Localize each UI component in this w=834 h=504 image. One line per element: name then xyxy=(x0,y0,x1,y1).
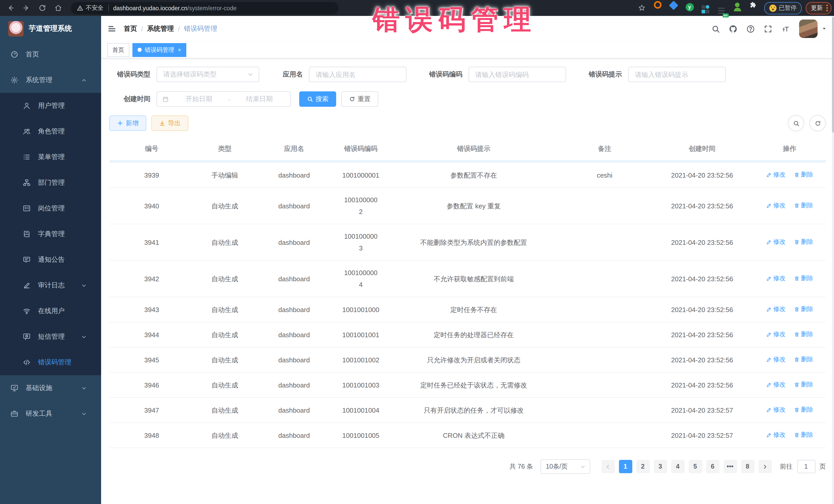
app-logo[interactable]: 芋道管理系统 xyxy=(0,16,101,42)
delete-link[interactable]: 删除 xyxy=(794,200,813,212)
edit-link[interactable]: 修改 xyxy=(766,404,786,416)
page-button-2[interactable]: 2 xyxy=(636,460,650,473)
sidebar-item-roles[interactable]: 角色管理 xyxy=(0,118,101,144)
create-time-range-picker[interactable]: 开始日期 - 结束日期 xyxy=(156,91,291,107)
sidebar-item-dicts[interactable]: 字典管理 xyxy=(0,221,101,247)
sidebar-item-depts[interactable]: 部门管理 xyxy=(0,170,101,196)
scrollbar-thumb[interactable] xyxy=(832,17,834,132)
app-name-input[interactable] xyxy=(309,67,407,82)
add-button[interactable]: 新增 xyxy=(109,115,146,131)
browser-home-icon[interactable] xyxy=(52,2,64,14)
sidebar-item-system[interactable]: 系统管理 xyxy=(0,67,101,93)
page-button-8[interactable]: 8 xyxy=(741,460,754,473)
tag-active[interactable]: 错误码管理× xyxy=(132,43,186,57)
table-row[interactable]: 3941自动生成dashboard100100000 3不能删除类型为系统内置的… xyxy=(109,224,826,261)
scrollbar[interactable] xyxy=(832,16,834,504)
breadcrumb-item[interactable]: 首页 xyxy=(124,24,137,34)
table-row[interactable]: 3943自动生成dashboard1001001000定时任务不存在2021-0… xyxy=(109,297,826,322)
sidebar-item-dev-tools[interactable]: 研发工具 xyxy=(0,401,101,426)
table-row[interactable]: 3940自动生成dashboard100100000 2参数配置 key 重复2… xyxy=(109,188,826,224)
browser-reload-icon[interactable] xyxy=(37,2,48,14)
sidebar-item-menus[interactable]: 菜单管理 xyxy=(0,144,101,170)
extension-green-person-icon[interactable] xyxy=(732,2,742,12)
bookmark-star-icon[interactable] xyxy=(636,2,648,14)
error-code-input[interactable] xyxy=(468,67,566,82)
more-pages-button[interactable]: ••• xyxy=(723,460,737,473)
profile-paused-badge[interactable]: 已暂停 xyxy=(764,2,802,14)
extension-puzzle-icon[interactable] xyxy=(748,0,758,10)
sidebar-item-online-users[interactable]: 在线用户 xyxy=(0,298,101,324)
edit-link[interactable]: 修改 xyxy=(766,328,786,340)
sidebar-item-notices[interactable]: 通知公告 xyxy=(0,247,101,272)
edit-link[interactable]: 修改 xyxy=(766,200,786,212)
fullscreen-icon[interactable] xyxy=(764,24,772,33)
sidebar-item-users[interactable]: 用户管理 xyxy=(0,93,101,118)
edit-link[interactable]: 修改 xyxy=(766,379,786,391)
prev-page-button[interactable] xyxy=(601,460,615,473)
tag-item[interactable]: 首页 xyxy=(107,43,129,57)
edit-link[interactable]: 修改 xyxy=(766,272,786,284)
next-page-button[interactable] xyxy=(758,460,772,473)
browser-address-bar[interactable]: 不安全 dashboard.yudao.iocoder.cn/system/er… xyxy=(71,2,339,14)
edit-link[interactable]: 修改 xyxy=(766,169,786,181)
delete-link[interactable]: 删除 xyxy=(794,169,813,181)
sidebar-item-home[interactable]: 首页 xyxy=(0,42,101,67)
sidebar-item-infrastructure[interactable]: 基础设施 xyxy=(0,375,101,401)
extension-list-on-icon[interactable]: on xyxy=(716,6,726,16)
delete-link[interactable]: 删除 xyxy=(794,236,813,248)
table-row[interactable]: 3942自动生成dashboard100100000 4不允许获取敏感配置到前端… xyxy=(109,261,826,297)
table-row[interactable]: 3939手动编辑dashboard1001000001参数配置不存在ceshi2… xyxy=(109,163,826,188)
page-button-3[interactable]: 3 xyxy=(654,460,667,473)
edit-link[interactable]: 修改 xyxy=(766,429,786,441)
page-button-5[interactable]: 5 xyxy=(688,460,702,473)
browser-update-button[interactable]: 更新 xyxy=(806,2,831,14)
sidebar-item-audit-logs[interactable]: 审计日志 xyxy=(0,272,101,298)
breadcrumb-item[interactable]: 系统管理 xyxy=(147,24,174,34)
page-button-4[interactable]: 4 xyxy=(671,460,684,473)
table-row[interactable]: 3944自动生成dashboard1001001001定时任务的处理器已经存在2… xyxy=(109,322,826,347)
close-icon[interactable]: × xyxy=(178,47,181,52)
delete-link[interactable]: 删除 xyxy=(794,429,813,441)
sidebar-item-error-codes[interactable]: 错误码管理 xyxy=(0,350,101,375)
search-button[interactable]: 搜索 xyxy=(299,91,336,107)
edit-link[interactable]: 修改 xyxy=(766,354,786,366)
page-button-1[interactable]: 1 xyxy=(619,460,632,473)
extension-blue-gem-icon[interactable] xyxy=(668,1,679,11)
table-row[interactable]: 3947自动生成dashboard1001001004只有开启状态的任务，才可以… xyxy=(109,397,826,423)
github-icon[interactable] xyxy=(729,24,738,33)
extension-orange-ring-icon[interactable] xyxy=(653,0,663,10)
reset-button[interactable]: 重置 xyxy=(341,91,378,107)
edit-link[interactable]: 修改 xyxy=(766,303,786,315)
delete-link[interactable]: 删除 xyxy=(794,404,813,416)
sidebar-item-sms[interactable]: 短信管理 xyxy=(0,324,101,350)
page-size-select[interactable]: 10条/页 xyxy=(540,459,590,474)
goto-page-input[interactable] xyxy=(797,460,815,473)
edit-link[interactable]: 修改 xyxy=(766,236,786,248)
delete-link[interactable]: 删除 xyxy=(794,328,813,340)
browser-back-icon[interactable] xyxy=(5,2,16,14)
user-avatar[interactable] xyxy=(799,20,817,38)
browser-menu-icon[interactable] xyxy=(826,4,828,12)
refresh-table-button[interactable] xyxy=(809,115,826,131)
search-icon[interactable] xyxy=(711,24,720,33)
table-row[interactable]: 3945自动生成dashboard1001001002只允许修改为开启或者关闭状… xyxy=(109,347,826,372)
toggle-search-button[interactable] xyxy=(788,115,804,131)
delete-link[interactable]: 删除 xyxy=(794,354,813,366)
delete-link[interactable]: 删除 xyxy=(794,303,813,315)
help-icon[interactable] xyxy=(746,24,755,33)
delete-link[interactable]: 删除 xyxy=(794,272,813,284)
hamburger-icon[interactable] xyxy=(107,24,116,34)
error-type-select[interactable]: 请选择错误码类型 xyxy=(156,67,259,82)
extension-squares-icon[interactable] xyxy=(700,4,710,14)
sidebar-item-posts[interactable]: 岗位管理 xyxy=(0,196,101,221)
page-button-6[interactable]: 6 xyxy=(706,460,719,473)
browser-forward-icon[interactable] xyxy=(21,2,32,14)
caret-down-icon[interactable] xyxy=(822,26,827,31)
extension-green-circle-icon[interactable]: y xyxy=(684,2,695,12)
export-button[interactable]: 导出 xyxy=(151,115,188,131)
table-row[interactable]: 3948自动生成dashboard1001001005CRON 表达式不正确20… xyxy=(109,423,826,448)
font-size-icon[interactable] xyxy=(781,24,790,33)
table-row[interactable]: 3946自动生成dashboard1001001003定时任务已经处于该状态，无… xyxy=(109,372,826,397)
error-hint-input[interactable] xyxy=(628,67,726,82)
delete-link[interactable]: 删除 xyxy=(794,379,813,391)
